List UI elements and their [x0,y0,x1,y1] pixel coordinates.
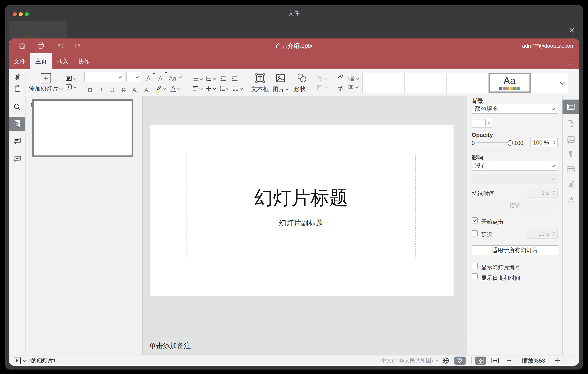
insert-shape-button[interactable]: 形状 [292,73,312,93]
theme-item[interactable] [447,73,489,93]
image-settings-button[interactable] [563,135,579,144]
fit-slide-button[interactable] [475,357,486,365]
fit-width-button[interactable] [491,357,500,364]
search-button[interactable] [9,103,25,111]
bold-button[interactable]: B [84,83,96,94]
tab-insert[interactable]: 插入 [52,53,73,69]
spinner-arrows-icon[interactable] [552,191,555,195]
tab-collaboration[interactable]: 协作 [73,53,95,69]
arrange-shape-button[interactable] [314,75,330,82]
slide-subtitle-placeholder[interactable]: 幻灯片副标题 [187,216,416,258]
insert-image-button[interactable]: 图片 [271,73,290,93]
spellcheck-toggle[interactable]: ABC [454,357,466,365]
clear-style-button[interactable] [336,72,345,82]
bullets-button[interactable] [192,75,203,82]
background-color-picker[interactable] [472,118,492,128]
set-language-button[interactable] [442,357,450,364]
add-slide-button[interactable]: 添加幻灯片 [29,73,63,93]
effect-select[interactable]: 没有 [472,161,558,171]
close-editor-button[interactable] [568,26,576,34]
textart-settings-button[interactable]: Ta [563,194,579,203]
start-on-click-checkbox[interactable] [472,217,478,223]
subscript-button[interactable]: A2 [141,83,153,94]
shape-settings-button[interactable] [563,119,579,128]
paste-button[interactable] [13,83,22,94]
decrease-font-button[interactable]: A [156,72,165,82]
slide-title-placeholder[interactable]: 幻灯片标题 [187,154,416,215]
tab-home[interactable]: 主页 [30,53,52,69]
theme-item-selected[interactable]: Aa [489,73,531,93]
chevron-down-icon [59,87,63,90]
increase-indent-button[interactable] [230,74,239,84]
show-date-time-checkbox[interactable] [472,273,478,279]
increase-font-button[interactable]: A [143,72,153,82]
plus-icon [554,357,560,364]
paragraph-settings-button[interactable]: ¶ [563,150,579,158]
spinner-arrows-icon[interactable] [552,231,555,236]
chevron-down-icon [307,88,310,90]
notes-input[interactable]: 单击添加备注 [143,336,467,355]
align-button[interactable] [192,85,203,92]
color-schemes-button[interactable] [347,75,359,82]
effect-type-select[interactable] [472,174,558,184]
start-slideshow-status-button[interactable] [14,357,21,364]
slide-settings-button[interactable] [563,99,579,114]
opacity-slider-handle[interactable] [508,140,513,146]
font-name-select[interactable] [84,72,124,82]
menu-button[interactable] [567,60,574,65]
background-fill-select[interactable]: 颜色填充 [472,104,558,114]
theme-item[interactable] [363,73,405,93]
slide-canvas[interactable]: 幻灯片标题 幻灯片副标题 [143,96,467,336]
copy-style-button[interactable] [336,83,345,94]
columns-button[interactable] [232,85,243,92]
zoom-out-button[interactable] [506,358,512,363]
strikethrough-button[interactable]: S [118,83,129,94]
highlight-color-button[interactable] [153,83,168,94]
show-slide-number-checkbox[interactable] [472,263,478,269]
slides-panel-button[interactable] [9,117,25,131]
chat-panel-button[interactable] [9,154,25,163]
font-size-select[interactable] [126,72,141,82]
delay-checkbox[interactable] [472,231,478,236]
start-slideshow-button[interactable] [65,83,76,91]
numbering-button[interactable]: 123 [205,75,216,82]
image-icon [275,73,286,83]
theme-item[interactable] [405,73,447,93]
duration-spinner[interactable]: 2 s [527,188,558,198]
vertical-align-button[interactable] [205,85,216,92]
apply-all-button[interactable]: 适用于所有幻灯片 [472,245,558,255]
slide-thumbnail[interactable] [32,99,133,157]
font-color-button[interactable]: A [168,83,183,94]
chart-settings-button[interactable] [563,180,579,188]
shape-align-button[interactable] [314,84,330,91]
theme-item[interactable] [531,73,556,93]
tab-file[interactable]: 文件 [9,53,30,69]
insert-textbox-button[interactable]: 文本框 [251,73,269,93]
opacity-spinner[interactable]: 100 % [530,138,558,147]
table-settings-button[interactable] [563,165,579,174]
spinner-arrows-icon[interactable] [552,140,555,145]
delay-spinner[interactable]: 10 s [527,229,558,239]
opacity-slider-track[interactable] [476,142,508,143]
change-case-button[interactable]: Aa [168,72,182,82]
zoom-in-button[interactable] [554,357,560,364]
comments-panel-button[interactable] [9,137,25,145]
theme-gallery-expand-button[interactable] [556,73,568,93]
chevron-down-icon[interactable] [23,359,26,362]
decrease-indent-button[interactable] [219,74,228,84]
language-select[interactable]: 中文(中华人民共和国) [381,357,433,364]
preview-button[interactable]: 预览 [472,201,558,210]
line-spacing-button[interactable] [219,85,230,92]
image-label: 图片 [273,85,284,93]
slide[interactable]: 幻灯片标题 幻灯片副标题 [150,125,453,296]
language-expand-icon[interactable] [435,360,439,362]
italic-button[interactable]: I [96,83,107,94]
add-slide-label: 添加幻灯片 [29,85,58,93]
slide-layout-button[interactable] [65,75,76,82]
superscript-button[interactable]: A2 [129,83,141,94]
copy-button[interactable] [13,72,22,82]
underline-button[interactable]: U [107,83,118,94]
slide-size-button[interactable] [347,83,359,91]
main-area: 1 幻灯片标题 幻灯片副标题 [9,96,579,355]
slide-settings-panel: 背景 颜色填充 Opacity 0 100 100 % [467,96,562,355]
